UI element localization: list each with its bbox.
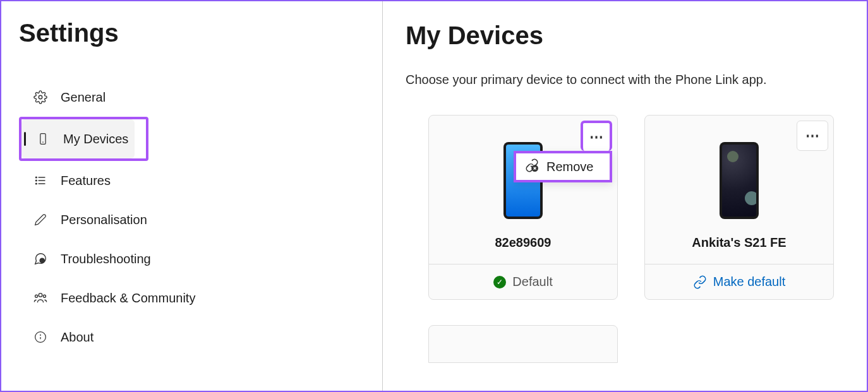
device-card[interactable]: ⋯ Ankita's S21 FE Make default: [644, 115, 834, 300]
nav-label: Features: [61, 174, 111, 188]
nav-label: Troubleshooting: [61, 252, 151, 266]
chat-help-icon: ?: [33, 251, 48, 266]
device-card-top: ⋯ Ankita's S21 FE: [645, 116, 833, 264]
nav-features[interactable]: Features: [19, 161, 382, 200]
nav-troubleshooting[interactable]: ? Troubleshooting: [19, 239, 382, 278]
device-more-button[interactable]: ⋯: [581, 121, 612, 151]
main-content: My Devices Choose your primary device to…: [383, 1, 867, 391]
device-more-button[interactable]: ⋯: [797, 121, 828, 151]
svg-point-0: [39, 95, 42, 99]
svg-point-12: [35, 295, 38, 297]
highlight-my-devices: My Devices: [19, 117, 148, 161]
nav-label: About: [61, 330, 93, 345]
phone-icon: [35, 131, 51, 146]
list-icon: [33, 173, 48, 188]
nav-label: General: [61, 90, 105, 105]
device-name: 82e89609: [495, 235, 552, 250]
svg-point-7: [36, 180, 37, 181]
svg-point-6: [36, 177, 37, 178]
svg-point-16: [40, 335, 41, 335]
info-icon: [33, 330, 48, 345]
nav-label: Feedback & Community: [61, 291, 195, 306]
page-title: My Devices: [406, 21, 844, 50]
remove-label: Remove: [546, 160, 593, 174]
svg-rect-1: [40, 134, 45, 145]
nav-label: My Devices: [63, 132, 128, 146]
device-card[interactable]: ⋯ Remove 82e89609 ✓ Default: [428, 115, 618, 300]
make-default-button[interactable]: Make default: [645, 264, 833, 299]
default-label: Default: [512, 275, 552, 289]
pen-icon: [33, 212, 48, 227]
page-subtitle: Choose your primary device to connect wi…: [406, 73, 844, 87]
make-default-label: Make default: [713, 275, 786, 289]
nav-list: General My Devices Features Personalisat…: [19, 78, 382, 357]
nav-personalisation[interactable]: Personalisation: [19, 200, 382, 239]
gear-icon: [33, 90, 48, 105]
svg-point-11: [39, 294, 42, 297]
device-grid: ⋯ Remove 82e89609 ✓ Default: [406, 115, 844, 300]
nav-about[interactable]: About: [19, 318, 382, 357]
svg-text:?: ?: [41, 259, 43, 263]
settings-sidebar: Settings General My Devices Features: [1, 1, 383, 391]
device-card-placeholder: [428, 325, 618, 363]
unlink-icon: [525, 158, 539, 175]
svg-point-13: [43, 295, 45, 297]
nav-general[interactable]: General: [19, 78, 382, 117]
device-name: Ankita's S21 FE: [692, 235, 786, 250]
remove-menu-item[interactable]: Remove: [514, 151, 612, 182]
people-icon: [33, 290, 48, 306]
phone-screen: [722, 145, 756, 217]
nav-feedback[interactable]: Feedback & Community: [19, 278, 382, 318]
check-icon: ✓: [493, 276, 506, 288]
link-icon: [693, 275, 707, 289]
more-icon: ⋯: [805, 128, 819, 144]
nav-my-devices[interactable]: My Devices: [21, 119, 135, 158]
settings-title: Settings: [19, 19, 382, 47]
device-footer-default: ✓ Default: [429, 264, 617, 299]
svg-point-8: [36, 183, 37, 184]
device-card-top: ⋯ Remove 82e89609: [429, 116, 617, 264]
nav-label: Personalisation: [61, 213, 147, 227]
phone-mock: [720, 142, 759, 219]
more-icon: ⋯: [589, 129, 603, 145]
